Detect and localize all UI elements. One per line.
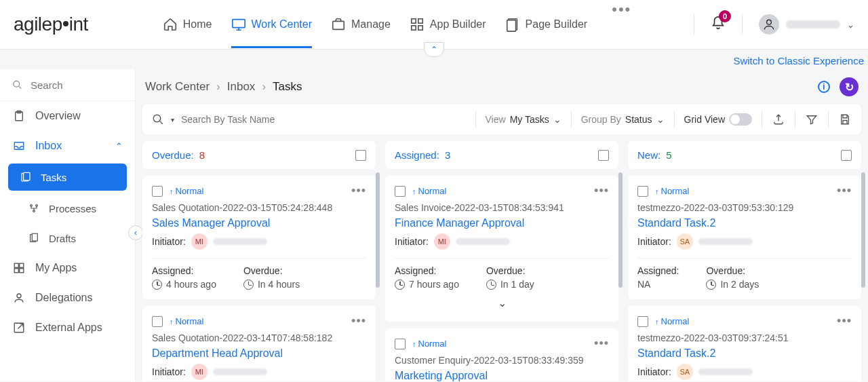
process-name: Sales Invoice-2022-03-15T08:34:53:941 bbox=[395, 202, 609, 213]
nav-pagebuilder[interactable]: Page Builder bbox=[505, 1, 588, 48]
external-icon bbox=[12, 321, 26, 335]
priority-badge: ↑Normal bbox=[412, 186, 446, 196]
nav-home[interactable]: Home bbox=[163, 1, 212, 48]
arrow-up-icon: ↑ bbox=[412, 187, 416, 195]
save-button[interactable] bbox=[838, 113, 852, 126]
assigned-value: 4 hours ago bbox=[166, 279, 216, 290]
task-title-link[interactable]: Department Head Approval bbox=[152, 347, 366, 360]
column-title: Assigned: bbox=[395, 149, 439, 161]
breadcrumb-workcenter[interactable]: Work Center bbox=[145, 80, 210, 94]
card-menu-icon[interactable]: ••• bbox=[351, 184, 366, 198]
sidebar-item-tasks[interactable]: Tasks bbox=[8, 164, 127, 191]
nav-workcenter[interactable]: Work Center bbox=[231, 1, 313, 48]
refresh-button[interactable]: ↻ bbox=[840, 77, 859, 96]
card-menu-icon[interactable]: ••• bbox=[351, 314, 366, 328]
task-title-link[interactable]: Standard Task.2 bbox=[637, 347, 852, 360]
chevron-right-icon: › bbox=[262, 80, 266, 94]
task-title-link[interactable]: Standard Task.2 bbox=[637, 217, 852, 229]
select-all-checkbox[interactable] bbox=[355, 150, 366, 161]
process-name: Customer Enquiry-2022-03-15T08:33:49:359 bbox=[395, 355, 609, 366]
task-checkbox[interactable] bbox=[152, 186, 163, 197]
priority-badge: ↑Normal bbox=[170, 186, 203, 196]
sidebar-search[interactable] bbox=[0, 69, 135, 101]
monitor-icon bbox=[231, 17, 246, 32]
svg-point-9 bbox=[14, 81, 20, 87]
assigned-label: Assigned: bbox=[152, 265, 216, 276]
nav-manage[interactable]: Manage bbox=[331, 1, 391, 48]
grid-icon bbox=[410, 17, 425, 32]
task-checkbox[interactable] bbox=[637, 316, 648, 327]
select-all-checkbox[interactable] bbox=[841, 150, 852, 161]
sidebar-label: Inbox bbox=[35, 140, 62, 152]
nav-appbuilder[interactable]: App Builder bbox=[410, 1, 486, 48]
chevron-down-icon[interactable]: ▾ bbox=[171, 116, 174, 123]
column-count: 8 bbox=[199, 149, 205, 161]
initiator-avatar: SA bbox=[677, 233, 693, 250]
sidebar-item-myapps[interactable]: My Apps bbox=[0, 253, 135, 283]
sidebar-label: Delegations bbox=[35, 292, 93, 304]
filter-button[interactable] bbox=[805, 113, 818, 126]
task-search[interactable]: ▾ bbox=[152, 113, 466, 126]
sidebar-item-externalapps[interactable]: External Apps bbox=[0, 313, 135, 343]
view-dropdown[interactable]: View My Tasks ⌄ bbox=[486, 114, 561, 125]
task-checkbox[interactable] bbox=[395, 186, 406, 197]
export-button[interactable] bbox=[772, 113, 785, 126]
expand-toggle[interactable]: ⌄ bbox=[395, 294, 609, 312]
task-checkbox[interactable] bbox=[637, 186, 648, 197]
nav-home-label: Home bbox=[183, 18, 212, 31]
priority-badge: ↑Normal bbox=[655, 316, 689, 326]
sidebar-item-delegations[interactable]: Delegations bbox=[0, 283, 135, 313]
task-card: ↑Normal ••• testmezzo-2022-03-03T09:37:2… bbox=[628, 306, 861, 381]
user-menu[interactable]: ⌄ bbox=[759, 14, 854, 35]
scrollbar[interactable] bbox=[618, 172, 623, 288]
switch-icon[interactable] bbox=[729, 113, 752, 126]
column-count: 5 bbox=[666, 149, 671, 161]
task-title-link[interactable]: Finance Manager Approval bbox=[395, 217, 609, 229]
info-icon[interactable]: i bbox=[818, 81, 830, 93]
kanban-columns: Overdue: 8 ↑Normal ••• Sales Quotation-2… bbox=[142, 141, 861, 381]
card-menu-icon[interactable]: ••• bbox=[594, 337, 609, 351]
sidebar-label: Tasks bbox=[41, 172, 66, 183]
breadcrumb-inbox[interactable]: Inbox bbox=[227, 80, 256, 94]
sidebar-collapse-toggle[interactable]: ‹ bbox=[128, 225, 143, 240]
sidebar-item-processes[interactable]: Processes bbox=[0, 193, 135, 223]
gridview-toggle[interactable]: Grid View bbox=[684, 113, 752, 126]
sidebar-item-overview[interactable]: Overview bbox=[0, 101, 135, 131]
chevron-up-icon: ⌃ bbox=[115, 141, 123, 151]
task-title-link[interactable]: Sales Manager Approval bbox=[152, 217, 366, 229]
initiator-label: Initiator: bbox=[152, 366, 186, 377]
column-overdue: Overdue: 8 ↑Normal ••• Sales Quotation-2… bbox=[142, 141, 376, 381]
scrollbar[interactable] bbox=[376, 172, 380, 288]
task-checkbox[interactable] bbox=[395, 339, 406, 349]
task-card: ↑Normal ••• Sales Quotation-2022-03-14T0… bbox=[142, 306, 376, 381]
svg-rect-21 bbox=[20, 263, 24, 267]
scrollbar[interactable] bbox=[861, 172, 865, 288]
select-all-checkbox[interactable] bbox=[598, 150, 609, 161]
card-menu-icon[interactable]: ••• bbox=[837, 314, 852, 328]
initiator-name bbox=[213, 368, 267, 375]
column-title: Overdue: bbox=[152, 149, 194, 161]
toolbar: ▾ View My Tasks ⌄ Group By Status ⌄ Grid… bbox=[142, 104, 861, 134]
tasks-icon bbox=[19, 170, 33, 184]
task-title-link[interactable]: Marketing Approval bbox=[395, 370, 609, 381]
drafts-icon bbox=[27, 231, 41, 245]
initiator-avatar: MI bbox=[191, 364, 208, 380]
card-menu-icon[interactable]: ••• bbox=[594, 184, 609, 198]
process-name: Sales Quotation-2022-03-15T05:24:28:448 bbox=[152, 202, 366, 213]
card-menu-icon[interactable]: ••• bbox=[837, 184, 852, 198]
sidebar-item-drafts[interactable]: Drafts bbox=[0, 223, 135, 253]
clock-icon bbox=[486, 280, 496, 290]
sidebar-search-input[interactable] bbox=[31, 79, 123, 91]
process-name: testmezzo-2022-03-03T09:37:24:51 bbox=[637, 332, 852, 343]
task-card: ↑Normal ••• Sales Invoice-2022-03-15T08:… bbox=[385, 176, 618, 322]
brand-logo[interactable]: agilepint bbox=[14, 14, 88, 35]
task-checkbox[interactable] bbox=[152, 316, 163, 327]
groupby-value: Status bbox=[625, 114, 652, 125]
groupby-dropdown[interactable]: Group By Status ⌄ bbox=[581, 114, 665, 125]
sidebar-item-inbox[interactable]: Inbox ⌃ bbox=[0, 131, 135, 161]
separator bbox=[694, 14, 694, 35]
nav-more-icon[interactable]: ••• bbox=[612, 1, 631, 48]
topbar-collapse-toggle[interactable]: ⌃ bbox=[424, 42, 444, 57]
task-search-input[interactable] bbox=[181, 114, 330, 125]
notifications-button[interactable]: 0 bbox=[711, 16, 726, 33]
